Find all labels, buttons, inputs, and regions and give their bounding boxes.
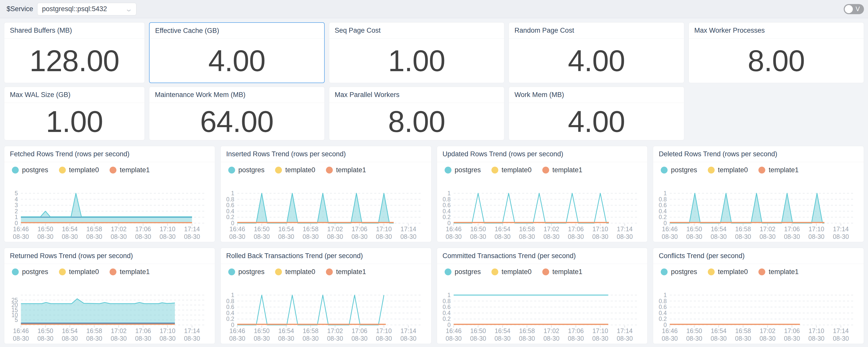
legend-item-template0[interactable]: template0 bbox=[59, 166, 99, 174]
topbar: $Service postgresql::psql:5432 ⌄ V bbox=[0, 0, 868, 18]
chart-legend: postgrestemplate0template1 bbox=[661, 268, 864, 276]
legend-item-postgres[interactable]: postgres bbox=[228, 166, 265, 174]
svg-text:16:54: 16:54 bbox=[62, 225, 78, 233]
svg-text:17:02: 17:02 bbox=[111, 327, 127, 334]
legend-label: postgres bbox=[22, 268, 48, 276]
legend-item-template0[interactable]: template0 bbox=[275, 166, 315, 174]
stat-title-text: Max Parallel Workers bbox=[335, 91, 400, 99]
chart-canvas[interactable]: 10.80.60.40.2016:4608-3016:5008-3016:540… bbox=[437, 276, 648, 344]
chart-title: Deleted Rows Trend (rows per second) bbox=[653, 146, 864, 162]
svg-text:0.8: 0.8 bbox=[226, 298, 234, 305]
svg-text:08-30: 08-30 bbox=[13, 233, 29, 240]
series-line-postgres bbox=[21, 299, 175, 304]
stat-body: 4.00 bbox=[509, 103, 684, 140]
svg-text:08-30: 08-30 bbox=[784, 233, 800, 240]
stat-value: 8.00 bbox=[388, 104, 445, 139]
legend-dot-postgres bbox=[12, 167, 19, 173]
svg-text:17:06: 17:06 bbox=[568, 225, 584, 233]
svg-text:16:58: 16:58 bbox=[519, 225, 535, 233]
legend-item-postgres[interactable]: postgres bbox=[12, 166, 48, 174]
svg-text:16:46: 16:46 bbox=[662, 225, 678, 233]
stats-row-2: Max WAL Size (GB)1.00Maintenance Work Me… bbox=[4, 87, 864, 140]
svg-text:08-30: 08-30 bbox=[568, 233, 584, 240]
legend-item-template0[interactable]: template0 bbox=[491, 166, 532, 174]
chart-canvas[interactable]: 10.80.60.40.2016:4608-3016:5008-3016:540… bbox=[653, 276, 864, 344]
chart-canvas[interactable]: 54321016:4608-3016:5008-3016:5408-3016:5… bbox=[4, 175, 215, 242]
svg-text:17:06: 17:06 bbox=[784, 327, 800, 334]
legend-dot-template0 bbox=[275, 167, 282, 173]
chart-canvas[interactable]: 10.80.60.40.2016:4608-3016:5008-3016:540… bbox=[221, 175, 431, 242]
legend-item-postgres[interactable]: postgres bbox=[661, 268, 697, 276]
svg-text:17:02: 17:02 bbox=[760, 225, 775, 233]
svg-text:16:58: 16:58 bbox=[86, 225, 102, 233]
svg-text:0.6: 0.6 bbox=[226, 202, 234, 208]
svg-text:08-30: 08-30 bbox=[735, 233, 751, 240]
legend-label: template0 bbox=[69, 268, 99, 276]
view-toggle[interactable]: V bbox=[844, 4, 864, 14]
legend-item-postgres[interactable]: postgres bbox=[445, 166, 481, 174]
chart-canvas[interactable]: 10.80.60.40.2016:4608-3016:5008-3016:540… bbox=[221, 276, 431, 344]
legend-label: template0 bbox=[285, 268, 315, 276]
svg-text:0.8: 0.8 bbox=[442, 196, 451, 203]
chart-title-text: Updated Rows Trend (rows per second) bbox=[443, 150, 563, 158]
legend-item-template1[interactable]: template1 bbox=[326, 166, 366, 174]
stat-card-effective-cache-gb: Effective Cache (GB)4.00 bbox=[149, 22, 325, 83]
legend-item-template1[interactable]: template1 bbox=[110, 166, 150, 174]
svg-text:16:54: 16:54 bbox=[711, 225, 726, 233]
legend-label: postgres bbox=[238, 166, 265, 174]
svg-text:17:10: 17:10 bbox=[160, 225, 175, 233]
service-select[interactable]: postgresql::psql:5432 ⌄ bbox=[37, 3, 136, 16]
svg-text:08-30: 08-30 bbox=[37, 335, 53, 342]
legend-item-template1[interactable]: template1 bbox=[326, 268, 366, 276]
svg-text:08-30: 08-30 bbox=[229, 233, 245, 240]
svg-text:08-30: 08-30 bbox=[662, 233, 678, 240]
toggle-knob bbox=[845, 5, 853, 13]
legend-item-template1[interactable]: template1 bbox=[542, 166, 583, 174]
stat-body: 8.00 bbox=[689, 38, 864, 83]
chevron-down-icon: ⌄ bbox=[125, 5, 133, 13]
svg-text:08-30: 08-30 bbox=[686, 335, 703, 342]
legend-item-template1[interactable]: template1 bbox=[758, 268, 799, 276]
svg-text:17:06: 17:06 bbox=[135, 225, 151, 233]
legend-item-postgres[interactable]: postgres bbox=[228, 268, 265, 276]
svg-text:1: 1 bbox=[663, 190, 667, 197]
chart-canvas[interactable]: 25201510516:4608-3016:5008-3016:5408-301… bbox=[4, 276, 215, 344]
legend-label: template0 bbox=[718, 166, 748, 174]
stat-value: 4.00 bbox=[568, 104, 625, 139]
chart-title: Inserted Rows Trend (rows per second) bbox=[221, 146, 431, 162]
legend-label: template1 bbox=[336, 268, 366, 276]
legend-label: postgres bbox=[238, 268, 265, 276]
legend-item-template0[interactable]: template0 bbox=[708, 268, 748, 276]
legend-item-template1[interactable]: template1 bbox=[542, 268, 583, 276]
svg-text:0.2: 0.2 bbox=[659, 214, 667, 220]
svg-text:08-30: 08-30 bbox=[184, 335, 200, 342]
svg-text:08-30: 08-30 bbox=[662, 335, 678, 342]
chart-legend: postgrestemplate0template1 bbox=[12, 268, 215, 276]
chart-title-text: Conflicts Trend (per second) bbox=[659, 252, 745, 260]
svg-text:16:46: 16:46 bbox=[446, 225, 461, 233]
svg-text:08-30: 08-30 bbox=[111, 335, 127, 342]
legend-item-postgres[interactable]: postgres bbox=[661, 166, 697, 174]
svg-text:08-30: 08-30 bbox=[494, 335, 510, 342]
legend-item-postgres[interactable]: postgres bbox=[445, 268, 481, 276]
legend-item-template0[interactable]: template0 bbox=[708, 166, 748, 174]
svg-text:08-30: 08-30 bbox=[62, 335, 78, 342]
legend-item-template0[interactable]: template0 bbox=[59, 268, 99, 276]
svg-text:08-30: 08-30 bbox=[400, 233, 416, 240]
legend-item-template1[interactable]: template1 bbox=[110, 268, 150, 276]
legend-dot-postgres bbox=[12, 268, 19, 275]
legend-dot-postgres bbox=[445, 167, 452, 173]
chart-card-deleted-rows-trend-rows-per-second: Deleted Rows Trend (rows per second)post… bbox=[653, 146, 864, 242]
svg-text:08-30: 08-30 bbox=[519, 335, 535, 342]
legend-item-postgres[interactable]: postgres bbox=[12, 268, 48, 276]
legend-item-template0[interactable]: template0 bbox=[491, 268, 532, 276]
charts-row-1: Fetched Rows Trend (rows per second)post… bbox=[4, 146, 864, 242]
chart-canvas[interactable]: 10.80.60.40.2016:4608-3016:5008-3016:540… bbox=[437, 175, 648, 242]
chart-canvas[interactable]: 10.80.60.40.2016:4608-3016:5008-3016:540… bbox=[653, 175, 864, 242]
svg-text:16:58: 16:58 bbox=[735, 225, 751, 233]
chart-title-text: Deleted Rows Trend (rows per second) bbox=[659, 150, 777, 158]
stat-title: Shared Buffers (MB) bbox=[4, 23, 145, 38]
legend-item-template1[interactable]: template1 bbox=[758, 166, 799, 174]
stat-value: 4.00 bbox=[208, 44, 266, 78]
legend-item-template0[interactable]: template0 bbox=[275, 268, 315, 276]
